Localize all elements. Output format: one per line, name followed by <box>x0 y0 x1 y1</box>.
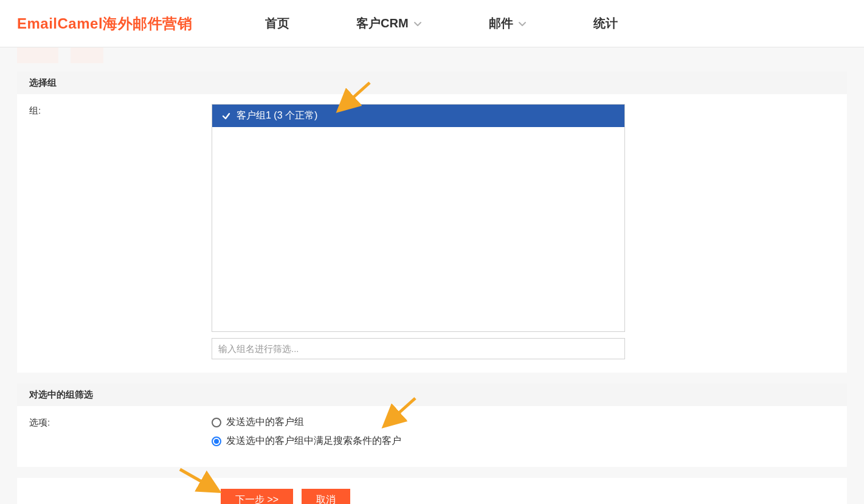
option-row[interactable]: 发送选中的客户组中满足搜索条件的客户 <box>212 435 625 447</box>
field-label-options: 选项: <box>29 416 212 454</box>
ghost-button <box>17 47 58 63</box>
ghost-button-row <box>0 47 864 72</box>
check-icon <box>222 112 230 120</box>
nav-stats[interactable]: 统计 <box>593 15 618 32</box>
nav-mail[interactable]: 邮件 <box>489 15 527 32</box>
next-button[interactable]: 下一步 >> <box>221 489 293 504</box>
panel-header-filter: 对选中的组筛选 <box>17 384 847 406</box>
panel-select-group: 选择组 组: 客户组1 (3 个正常) <box>17 72 847 373</box>
nav-crm[interactable]: 客户CRM <box>356 15 422 32</box>
chevron-down-icon <box>413 19 422 28</box>
radio-icon[interactable] <box>212 437 221 446</box>
group-filter-input[interactable] <box>212 338 625 359</box>
nav-menu: 首页 客户CRM 邮件 统计 <box>265 15 618 32</box>
brand-logo: EmailCamel海外邮件营销 <box>17 14 192 33</box>
cancel-button[interactable]: 取消 <box>302 489 350 504</box>
radio-icon[interactable] <box>212 418 221 427</box>
group-item-label: 客户组1 (3 个正常) <box>237 109 317 122</box>
svg-line-2 <box>180 469 216 490</box>
nav-crm-label: 客户CRM <box>356 15 409 32</box>
annotation-arrow-icon <box>175 464 224 498</box>
panel-header-select-group: 选择组 <box>17 72 847 94</box>
nav-home-label: 首页 <box>265 15 289 32</box>
footer-actions: 下一步 >> 取消 <box>17 478 847 504</box>
field-label-group: 组: <box>29 104 212 359</box>
nav-mail-label: 邮件 <box>489 15 513 32</box>
ghost-button <box>71 47 103 63</box>
panel-filter: 对选中的组筛选 选项: 发送选中的客户组 发送选中的客户组中满足搜索条件的客户 <box>17 384 847 467</box>
chevron-down-icon <box>518 19 527 28</box>
option-label-1: 发送选中的客户组 <box>226 416 304 429</box>
nav-home[interactable]: 首页 <box>265 15 289 32</box>
top-nav-bar: EmailCamel海外邮件营销 首页 客户CRM 邮件 统计 <box>0 0 864 47</box>
page-body: 选择组 组: 客户组1 (3 个正常) <box>0 0 864 504</box>
option-label-2: 发送选中的客户组中满足搜索条件的客户 <box>226 435 401 447</box>
nav-stats-label: 统计 <box>593 15 618 32</box>
group-list-item[interactable]: 客户组1 (3 个正常) <box>212 105 624 127</box>
option-row[interactable]: 发送选中的客户组 <box>212 416 625 429</box>
group-list[interactable]: 客户组1 (3 个正常) <box>212 104 625 332</box>
